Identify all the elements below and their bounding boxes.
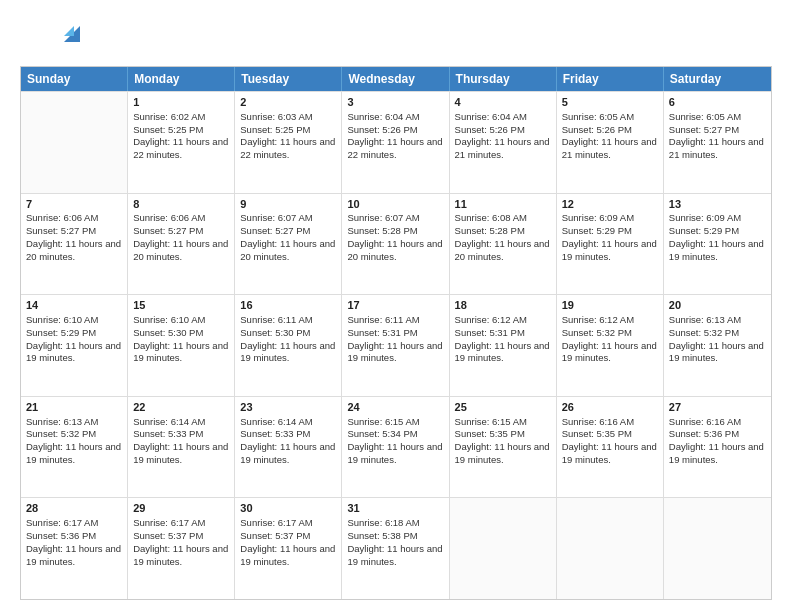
day-cell-5: 5Sunrise: 6:05 AMSunset: 5:26 PMDaylight… <box>557 92 664 193</box>
day-cell-3: 3Sunrise: 6:04 AMSunset: 5:26 PMDaylight… <box>342 92 449 193</box>
day-cell-1: 1Sunrise: 6:02 AMSunset: 5:25 PMDaylight… <box>128 92 235 193</box>
header <box>20 18 772 58</box>
day-cell-15: 15Sunrise: 6:10 AMSunset: 5:30 PMDayligh… <box>128 295 235 396</box>
day-number: 4 <box>455 95 551 110</box>
day-number: 21 <box>26 400 122 415</box>
page: SundayMondayTuesdayWednesdayThursdayFrid… <box>0 0 792 612</box>
day-number: 20 <box>669 298 766 313</box>
logo-icon <box>64 20 80 42</box>
day-cell-30: 30Sunrise: 6:17 AMSunset: 5:37 PMDayligh… <box>235 498 342 599</box>
day-cell-22: 22Sunrise: 6:14 AMSunset: 5:33 PMDayligh… <box>128 397 235 498</box>
day-number: 8 <box>133 197 229 212</box>
day-number: 9 <box>240 197 336 212</box>
day-number: 10 <box>347 197 443 212</box>
week-row-1: 1Sunrise: 6:02 AMSunset: 5:25 PMDaylight… <box>21 91 771 193</box>
day-cell-21: 21Sunrise: 6:13 AMSunset: 5:32 PMDayligh… <box>21 397 128 498</box>
day-number: 25 <box>455 400 551 415</box>
svg-marker-1 <box>64 26 74 36</box>
day-number: 24 <box>347 400 443 415</box>
day-number: 30 <box>240 501 336 516</box>
day-number: 31 <box>347 501 443 516</box>
day-number: 19 <box>562 298 658 313</box>
day-cell-7: 7Sunrise: 6:06 AMSunset: 5:27 PMDaylight… <box>21 194 128 295</box>
day-cell-empty <box>450 498 557 599</box>
day-cell-11: 11Sunrise: 6:08 AMSunset: 5:28 PMDayligh… <box>450 194 557 295</box>
day-number: 23 <box>240 400 336 415</box>
day-number: 27 <box>669 400 766 415</box>
calendar-body: 1Sunrise: 6:02 AMSunset: 5:25 PMDaylight… <box>21 91 771 599</box>
day-header-friday: Friday <box>557 67 664 91</box>
day-cell-29: 29Sunrise: 6:17 AMSunset: 5:37 PMDayligh… <box>128 498 235 599</box>
calendar: SundayMondayTuesdayWednesdayThursdayFrid… <box>20 66 772 600</box>
day-number: 14 <box>26 298 122 313</box>
day-cell-empty <box>21 92 128 193</box>
day-number: 16 <box>240 298 336 313</box>
day-cell-8: 8Sunrise: 6:06 AMSunset: 5:27 PMDaylight… <box>128 194 235 295</box>
day-number: 13 <box>669 197 766 212</box>
week-row-2: 7Sunrise: 6:06 AMSunset: 5:27 PMDaylight… <box>21 193 771 295</box>
day-number: 26 <box>562 400 658 415</box>
day-cell-12: 12Sunrise: 6:09 AMSunset: 5:29 PMDayligh… <box>557 194 664 295</box>
day-number: 15 <box>133 298 229 313</box>
day-number: 17 <box>347 298 443 313</box>
day-number: 11 <box>455 197 551 212</box>
day-cell-19: 19Sunrise: 6:12 AMSunset: 5:32 PMDayligh… <box>557 295 664 396</box>
day-cell-14: 14Sunrise: 6:10 AMSunset: 5:29 PMDayligh… <box>21 295 128 396</box>
day-cell-25: 25Sunrise: 6:15 AMSunset: 5:35 PMDayligh… <box>450 397 557 498</box>
day-cell-9: 9Sunrise: 6:07 AMSunset: 5:27 PMDaylight… <box>235 194 342 295</box>
day-header-sunday: Sunday <box>21 67 128 91</box>
day-number: 7 <box>26 197 122 212</box>
day-cell-24: 24Sunrise: 6:15 AMSunset: 5:34 PMDayligh… <box>342 397 449 498</box>
day-cell-26: 26Sunrise: 6:16 AMSunset: 5:35 PMDayligh… <box>557 397 664 498</box>
day-cell-23: 23Sunrise: 6:14 AMSunset: 5:33 PMDayligh… <box>235 397 342 498</box>
logo <box>20 18 80 58</box>
day-cell-10: 10Sunrise: 6:07 AMSunset: 5:28 PMDayligh… <box>342 194 449 295</box>
week-row-3: 14Sunrise: 6:10 AMSunset: 5:29 PMDayligh… <box>21 294 771 396</box>
calendar-header: SundayMondayTuesdayWednesdayThursdayFrid… <box>21 67 771 91</box>
day-cell-31: 31Sunrise: 6:18 AMSunset: 5:38 PMDayligh… <box>342 498 449 599</box>
day-number: 1 <box>133 95 229 110</box>
day-cell-empty <box>557 498 664 599</box>
day-cell-17: 17Sunrise: 6:11 AMSunset: 5:31 PMDayligh… <box>342 295 449 396</box>
day-cell-2: 2Sunrise: 6:03 AMSunset: 5:25 PMDaylight… <box>235 92 342 193</box>
day-header-monday: Monday <box>128 67 235 91</box>
day-number: 3 <box>347 95 443 110</box>
day-cell-4: 4Sunrise: 6:04 AMSunset: 5:26 PMDaylight… <box>450 92 557 193</box>
day-cell-empty <box>664 498 771 599</box>
week-row-4: 21Sunrise: 6:13 AMSunset: 5:32 PMDayligh… <box>21 396 771 498</box>
day-number: 18 <box>455 298 551 313</box>
day-number: 2 <box>240 95 336 110</box>
day-number: 29 <box>133 501 229 516</box>
day-cell-6: 6Sunrise: 6:05 AMSunset: 5:27 PMDaylight… <box>664 92 771 193</box>
day-cell-27: 27Sunrise: 6:16 AMSunset: 5:36 PMDayligh… <box>664 397 771 498</box>
day-header-thursday: Thursday <box>450 67 557 91</box>
day-cell-28: 28Sunrise: 6:17 AMSunset: 5:36 PMDayligh… <box>21 498 128 599</box>
day-number: 6 <box>669 95 766 110</box>
day-number: 28 <box>26 501 122 516</box>
day-number: 12 <box>562 197 658 212</box>
week-row-5: 28Sunrise: 6:17 AMSunset: 5:36 PMDayligh… <box>21 497 771 599</box>
day-header-wednesday: Wednesday <box>342 67 449 91</box>
day-cell-13: 13Sunrise: 6:09 AMSunset: 5:29 PMDayligh… <box>664 194 771 295</box>
day-cell-16: 16Sunrise: 6:11 AMSunset: 5:30 PMDayligh… <box>235 295 342 396</box>
day-header-tuesday: Tuesday <box>235 67 342 91</box>
day-cell-18: 18Sunrise: 6:12 AMSunset: 5:31 PMDayligh… <box>450 295 557 396</box>
day-cell-20: 20Sunrise: 6:13 AMSunset: 5:32 PMDayligh… <box>664 295 771 396</box>
day-header-saturday: Saturday <box>664 67 771 91</box>
day-number: 5 <box>562 95 658 110</box>
day-number: 22 <box>133 400 229 415</box>
